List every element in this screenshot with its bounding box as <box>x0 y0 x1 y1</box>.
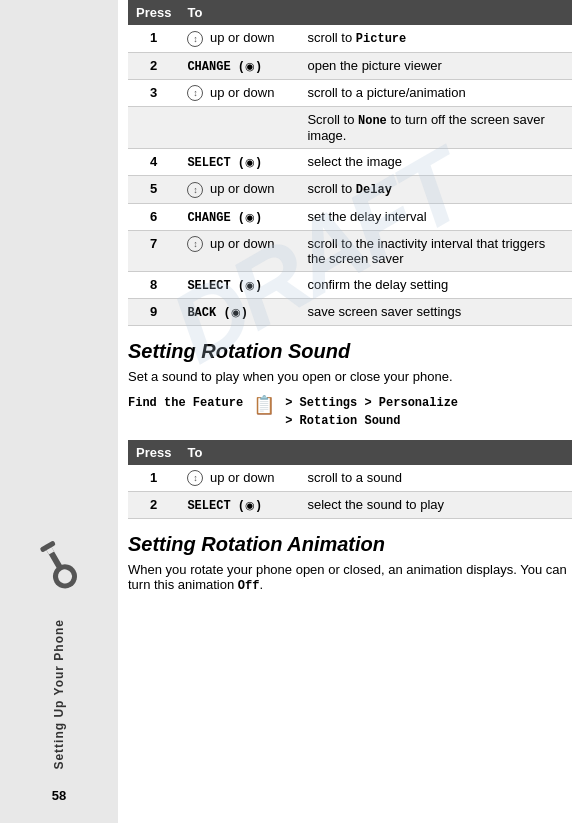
rotation-table-header-to2 <box>299 440 572 465</box>
kbd-icon: ◉ <box>245 279 255 292</box>
kbd-label: BACK ( <box>187 306 230 320</box>
kbd-icon: ◉ <box>245 499 255 512</box>
table-row: Scroll to None to turn off the screen sa… <box>128 107 572 149</box>
kbd-icon: ◉ <box>245 211 255 224</box>
table-row: 8 SELECT (◉) confirm the delay setting <box>128 271 572 298</box>
main-content: Press To 1 ↕ up or down scroll to Pictur… <box>118 0 582 623</box>
rotation-sound-heading: Setting Rotation Sound <box>128 340 572 363</box>
table-row: 9 BACK (◉) save screen saver settings <box>128 298 572 325</box>
nav-icon: ↕ <box>187 236 203 252</box>
rotation-table-header-press: Press <box>128 440 179 465</box>
bold-term: Picture <box>356 32 406 46</box>
kbd-label: SELECT ( <box>187 279 245 293</box>
kbd-label: CHANGE ( <box>187 60 245 74</box>
wrench-icon <box>29 536 89 599</box>
press-text: up or down <box>210 85 274 100</box>
table-row: 6 CHANGE (◉) set the delay interval <box>128 203 572 230</box>
nav-icon: ↕ <box>187 31 203 47</box>
kbd-label: SELECT ( <box>187 499 245 513</box>
press-text: up or down <box>210 470 274 485</box>
bold-term: None <box>358 114 387 128</box>
table-row: 3 ↕ up or down scroll to a picture/anima… <box>128 79 572 107</box>
find-feature-box: Find the Feature 📋 > Settings > Personal… <box>128 394 572 430</box>
press-text: up or down <box>210 30 274 45</box>
table-row: 1 ↕ up or down scroll to Picture <box>128 25 572 52</box>
top-table-header-to2 <box>299 0 572 25</box>
table-row: 4 SELECT (◉) select the image <box>128 149 572 176</box>
rotation-animation-desc: When you rotate your phone open or close… <box>128 562 572 593</box>
top-table: Press To 1 ↕ up or down scroll to Pictur… <box>128 0 572 326</box>
nav-icon: ↕ <box>187 470 203 486</box>
press-text: up or down <box>210 236 274 251</box>
rotation-sound-desc: Set a sound to play when you open or clo… <box>128 369 572 384</box>
kbd-icon: ◉ <box>231 306 241 319</box>
table-row: 5 ↕ up or down scroll to Delay <box>128 176 572 204</box>
press-text: up or down <box>210 181 274 196</box>
find-feature-label: Find the Feature <box>128 394 243 410</box>
sidebar-label: Setting Up Your Phone <box>52 619 66 770</box>
off-bold: Off <box>238 579 260 593</box>
sidebar-page-number: 58 <box>52 788 66 803</box>
nav-icon: ↕ <box>187 85 203 101</box>
rotation-table-header-to: To <box>179 440 299 465</box>
top-table-header-to: To <box>179 0 299 25</box>
kbd-icon: ◉ <box>245 156 255 169</box>
rotation-sound-table: Press To 1 ↕ up or down scroll to a soun… <box>128 440 572 520</box>
table-row: 2 SELECT (◉) select the sound to play <box>128 492 572 519</box>
rotation-animation-heading: Setting Rotation Animation <box>128 533 572 556</box>
kbd-icon: ◉ <box>245 60 255 73</box>
find-feature-path: > Settings > Personalize > Rotation Soun… <box>285 394 458 430</box>
kbd-label: SELECT ( <box>187 156 245 170</box>
top-table-header-press: Press <box>128 0 179 25</box>
find-feature-icon: 📋 <box>253 394 275 416</box>
table-row: 2 CHANGE (◉) open the picture viewer <box>128 52 572 79</box>
table-row: 7 ↕ up or down scroll to the inactivity … <box>128 230 572 271</box>
nav-icon: ↕ <box>187 182 203 198</box>
table-row: 1 ↕ up or down scroll to a sound <box>128 465 572 492</box>
sidebar: Setting Up Your Phone 58 <box>0 0 118 823</box>
bold-term: Delay <box>356 183 392 197</box>
kbd-label: CHANGE ( <box>187 211 245 225</box>
